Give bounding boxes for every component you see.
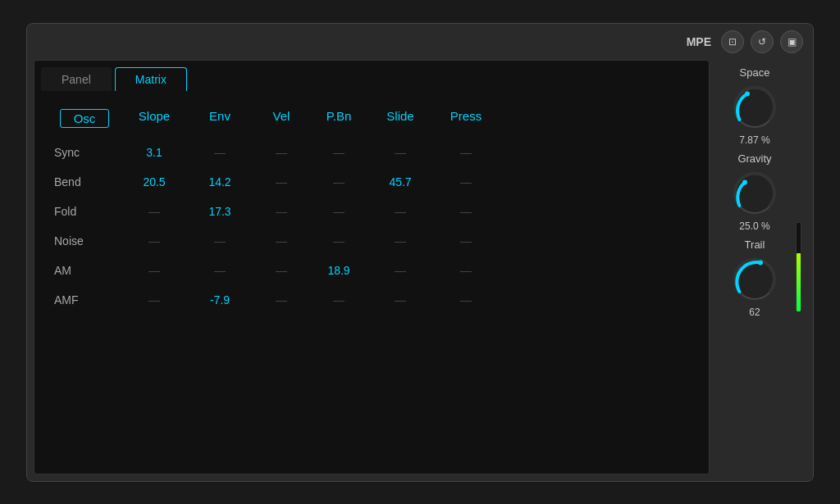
col-header-slide: Slide <box>368 104 433 138</box>
am-vel[interactable]: — <box>253 256 310 285</box>
bend-env[interactable]: 14.2 <box>187 167 253 197</box>
amf-press[interactable]: — <box>433 285 499 315</box>
am-env[interactable]: — <box>187 256 253 285</box>
level-fill <box>797 253 801 311</box>
sync-press[interactable]: — <box>433 138 499 167</box>
fold-pbn[interactable]: — <box>310 197 368 226</box>
plugin-container: MPE ⊡ ↺ ▣ Panel Matrix Osc Slope Env <box>26 23 814 482</box>
trail-label: Trail <box>745 238 765 251</box>
level-meter <box>796 222 801 312</box>
save-icon-button[interactable]: ▣ <box>780 30 803 53</box>
col-header-pbn: P.Bn <box>310 104 368 138</box>
svg-point-5 <box>758 260 763 265</box>
noise-slope[interactable]: — <box>121 226 187 256</box>
refresh-icon-button[interactable]: ↺ <box>751 30 774 53</box>
top-bar: MPE ⊡ ↺ ▣ <box>27 24 813 60</box>
noise-slide[interactable]: — <box>368 226 433 256</box>
fold-slide[interactable]: — <box>368 197 433 226</box>
col-header-slope: Slope <box>121 104 187 138</box>
trail-section: Trail 62 <box>731 238 778 318</box>
mpe-label: MPE <box>687 35 711 48</box>
amf-slope[interactable]: — <box>121 285 187 315</box>
matrix-table: Osc Slope Env Vel P.Bn Slide Press Sync … <box>34 91 709 474</box>
bend-slide[interactable]: 45.7 <box>368 167 433 197</box>
sync-env[interactable]: — <box>187 138 253 167</box>
am-slide[interactable]: — <box>368 256 433 285</box>
am-pbn[interactable]: 18.9 <box>310 256 368 285</box>
bend-pbn[interactable]: — <box>310 167 368 197</box>
row-label-sync: Sync <box>48 138 121 167</box>
noise-env[interactable]: — <box>187 226 253 256</box>
fold-slope[interactable]: — <box>121 197 187 226</box>
row-label-am: AM <box>48 256 121 285</box>
gravity-label: Gravity <box>737 152 771 165</box>
right-sidebar: Space 7.87 % Gravity <box>716 60 806 474</box>
row-label-bend: Bend <box>48 167 121 197</box>
svg-point-3 <box>742 179 747 184</box>
svg-point-1 <box>745 91 750 96</box>
space-section: Space 7.87 % <box>731 66 778 146</box>
fold-vel[interactable]: — <box>253 197 310 226</box>
space-value: 7.87 % <box>739 134 769 146</box>
noise-pbn[interactable]: — <box>310 226 368 256</box>
gravity-section: Gravity 25.0 % <box>731 152 778 232</box>
amf-slide[interactable]: — <box>368 285 433 315</box>
fold-env[interactable]: 17.3 <box>187 197 253 226</box>
col-header-osc: Osc <box>48 104 121 138</box>
row-label-fold: Fold <box>48 197 121 226</box>
bend-vel[interactable]: — <box>253 167 310 197</box>
gravity-value: 25.0 % <box>739 220 769 232</box>
sync-slide[interactable]: — <box>368 138 433 167</box>
matrix-grid: Osc Slope Env Vel P.Bn Slide Press Sync … <box>48 104 696 315</box>
left-panel: Panel Matrix Osc Slope Env Vel P.Bn Slid… <box>34 60 710 474</box>
sidebar-content: Space 7.87 % Gravity <box>719 66 803 325</box>
row-label-noise: Noise <box>48 226 121 256</box>
sync-vel[interactable]: — <box>253 138 310 167</box>
screen-icon-button[interactable]: ⊡ <box>721 30 744 53</box>
sync-slope[interactable]: 3.1 <box>121 138 187 167</box>
space-knob[interactable] <box>731 84 778 131</box>
amf-pbn[interactable]: — <box>310 285 368 315</box>
gravity-knob[interactable] <box>731 170 778 217</box>
am-slope[interactable]: — <box>121 256 187 285</box>
bend-slope[interactable]: 20.5 <box>121 167 187 197</box>
tab-matrix[interactable]: Matrix <box>115 67 187 91</box>
trail-value: 62 <box>749 306 760 318</box>
amf-env[interactable]: -7.9 <box>187 285 253 315</box>
fold-press[interactable]: — <box>433 197 499 226</box>
col-header-env: Env <box>187 104 253 138</box>
noise-press[interactable]: — <box>433 226 499 256</box>
tab-panel[interactable]: Panel <box>41 67 112 91</box>
am-press[interactable]: — <box>433 256 499 285</box>
main-area: Panel Matrix Osc Slope Env Vel P.Bn Slid… <box>27 60 813 481</box>
col-header-vel: Vel <box>253 104 310 138</box>
trail-knob[interactable] <box>731 256 778 303</box>
space-label: Space <box>740 66 770 79</box>
tab-bar: Panel Matrix <box>34 61 709 91</box>
sync-pbn[interactable]: — <box>310 138 368 167</box>
row-label-amf: AMF <box>48 285 121 315</box>
noise-vel[interactable]: — <box>253 226 310 256</box>
bend-press[interactable]: — <box>433 167 499 197</box>
col-header-press: Press <box>433 104 499 138</box>
amf-vel[interactable]: — <box>253 285 310 315</box>
